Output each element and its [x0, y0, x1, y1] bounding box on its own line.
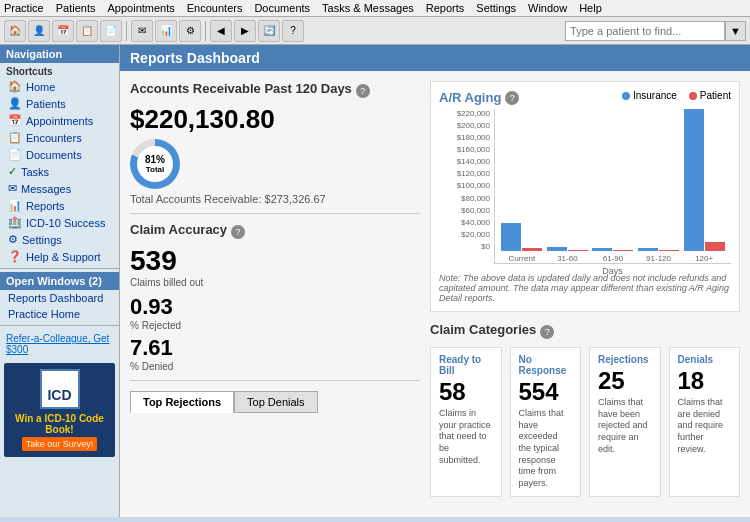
y-axis: $220,000 $200,000 $180,000 $160,000 $140…: [439, 109, 494, 269]
ar-title: Accounts Receivable Past 120 Days: [130, 81, 352, 96]
sidebar-item-encounters[interactable]: 📋 Encounters: [0, 129, 119, 146]
no-response-desc: Claims that have exceeded the typical re…: [519, 408, 573, 490]
patient-search-button[interactable]: ▼: [725, 21, 746, 41]
gauge-inner: 81% Total: [137, 146, 173, 182]
sidebar-item-tasks[interactable]: ✓ Tasks: [0, 163, 119, 180]
sidebar-item-home[interactable]: 🏠 Home: [0, 78, 119, 95]
ad-survey-button[interactable]: Take our Survey!: [22, 437, 98, 451]
toolbar-btn-5[interactable]: 📄: [100, 20, 122, 42]
shortcuts-label: Shortcuts: [0, 63, 119, 78]
main-layout: Navigation Shortcuts 🏠 Home 👤 Patients 📅…: [0, 45, 750, 517]
settings-icon: ⚙: [8, 233, 18, 246]
menu-window[interactable]: Window: [528, 2, 567, 14]
menu-practice[interactable]: Practice: [4, 2, 44, 14]
chart-note: Note: The above data is updated daily an…: [439, 273, 731, 303]
bars-91-120: [638, 248, 679, 251]
menu-appointments[interactable]: Appointments: [108, 2, 175, 14]
toolbar-separator-2: [205, 21, 206, 41]
content-title: Reports Dashboard: [120, 45, 750, 71]
help-icon: ❓: [8, 250, 22, 263]
open-windows-header: Open Windows (2): [0, 272, 119, 290]
chart-area: $220,000 $200,000 $180,000 $160,000 $140…: [439, 109, 731, 269]
denied-rate: 7.61: [130, 335, 420, 361]
toolbar-btn-9[interactable]: ◀: [210, 20, 232, 42]
bar-current-patient: [522, 248, 542, 251]
bar-group-120plus: 120+: [684, 109, 725, 263]
referral-link[interactable]: Refer-a-Colleague, Get $300: [0, 329, 119, 359]
sidebar-item-help[interactable]: ❓ Help & Support: [0, 248, 119, 265]
category-rejections: Rejections 25 Claims that have been reje…: [589, 347, 661, 497]
claims-label: Claims billed out: [130, 277, 420, 288]
denied-label: % Denied: [130, 361, 420, 372]
bar-3160-patient: [568, 250, 588, 251]
patient-search-input[interactable]: [565, 21, 725, 41]
toolbar-btn-2[interactable]: 👤: [28, 20, 50, 42]
patients-icon: 👤: [8, 97, 22, 110]
sidebar-item-icd[interactable]: 🏥 ICD-10 Success: [0, 214, 119, 231]
menu-documents[interactable]: Documents: [254, 2, 310, 14]
menu-encounters[interactable]: Encounters: [187, 2, 243, 14]
sidebar-divider: [0, 268, 119, 269]
toolbar-btn-1[interactable]: 🏠: [4, 20, 26, 42]
bar-group-61-90: 61-90: [592, 248, 633, 263]
toolbar-btn-8[interactable]: ⚙: [179, 20, 201, 42]
sidebar-item-messages[interactable]: ✉ Messages: [0, 180, 119, 197]
ready-to-bill-desc: Claims in your practice that need to be …: [439, 408, 493, 466]
ready-to-bill-count: 58: [439, 378, 493, 406]
bar-group-91-120: 91-120: [638, 248, 679, 263]
bar-label-31-60: 31-60: [557, 254, 577, 263]
toolbar-btn-6[interactable]: ✉: [131, 20, 153, 42]
toolbar-btn-11[interactable]: 🔄: [258, 20, 280, 42]
menu-reports[interactable]: Reports: [426, 2, 465, 14]
bar-current-insurance: [501, 223, 521, 251]
bar-91120-insurance: [638, 248, 658, 251]
toolbar-btn-help[interactable]: ?: [282, 20, 304, 42]
claim-categories-help-icon[interactable]: ?: [540, 325, 554, 339]
sidebar-item-settings[interactable]: ⚙ Settings: [0, 231, 119, 248]
sidebar-ad: ICD Win a ICD-10 Code Book! Take our Sur…: [4, 363, 115, 457]
toolbar-btn-10[interactable]: ▶: [234, 20, 256, 42]
menu-tasks[interactable]: Tasks & Messages: [322, 2, 414, 14]
denials-title: Denials: [678, 354, 732, 365]
toolbar-btn-7[interactable]: 📊: [155, 20, 177, 42]
insurance-legend-label: Insurance: [633, 90, 677, 101]
denials-desc: Claims that are denied and require furth…: [678, 397, 732, 455]
legend-patient: Patient: [689, 90, 731, 101]
rejections-desc: Claims that have been rejected and requi…: [598, 397, 652, 455]
home-icon: 🏠: [8, 80, 22, 93]
toolbar-btn-3[interactable]: 📅: [52, 20, 74, 42]
sidebar: Navigation Shortcuts 🏠 Home 👤 Patients 📅…: [0, 45, 120, 517]
sidebar-item-documents[interactable]: 📄 Documents: [0, 146, 119, 163]
bars-120plus: [684, 109, 725, 251]
toolbar-separator-1: [126, 21, 127, 41]
patient-search-container: ▼: [565, 21, 746, 41]
sidebar-open-practice[interactable]: Practice Home: [0, 306, 119, 322]
section-divider-1: [130, 213, 420, 214]
rejected-rate: 0.93: [130, 294, 420, 320]
ad-book-graphic: ICD: [40, 369, 80, 409]
menu-help[interactable]: Help: [579, 2, 602, 14]
tab-top-rejections[interactable]: Top Rejections: [130, 391, 234, 413]
bar-91120-patient: [659, 250, 679, 251]
sidebar-item-reports[interactable]: 📊 Reports: [0, 197, 119, 214]
ar-help-icon[interactable]: ?: [356, 84, 370, 98]
bar-6190-insurance: [592, 248, 612, 251]
menu-settings[interactable]: Settings: [476, 2, 516, 14]
bar-3160-insurance: [547, 247, 567, 251]
category-ready-to-bill: Ready to Bill 58 Claims in your practice…: [430, 347, 502, 497]
patient-legend-dot: [689, 92, 697, 100]
menu-patients[interactable]: Patients: [56, 2, 96, 14]
tab-top-denials[interactable]: Top Denials: [234, 391, 317, 413]
sidebar-item-patients[interactable]: 👤 Patients: [0, 95, 119, 112]
sidebar-item-appointments[interactable]: 📅 Appointments: [0, 112, 119, 129]
ar-aging-title: A/R Aging: [439, 90, 501, 105]
sidebar-divider-2: [0, 325, 119, 326]
ar-aging-help-icon[interactable]: ?: [505, 91, 519, 105]
tasks-icon: ✓: [8, 165, 17, 178]
bars-61-90: [592, 248, 633, 251]
two-column-layout: Accounts Receivable Past 120 Days ? $220…: [130, 81, 740, 497]
gauge-percent: 81%: [145, 154, 165, 165]
toolbar-btn-4[interactable]: 📋: [76, 20, 98, 42]
claim-accuracy-help-icon[interactable]: ?: [231, 225, 245, 239]
sidebar-open-reports[interactable]: Reports Dashboard: [0, 290, 119, 306]
